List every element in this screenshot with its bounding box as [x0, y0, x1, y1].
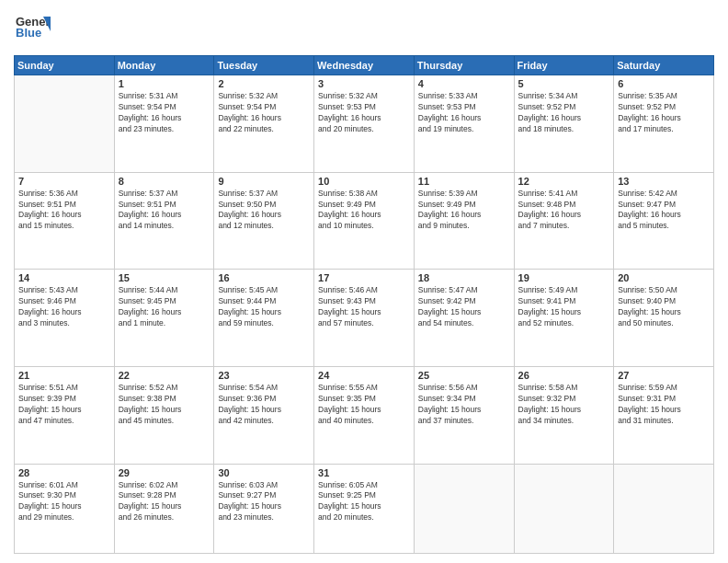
weekday-header-monday: Monday — [114, 56, 214, 75]
calendar-cell: 12Sunrise: 5:41 AM Sunset: 9:48 PM Dayli… — [514, 172, 614, 270]
day-info: Sunrise: 5:44 AM Sunset: 9:45 PM Dayligh… — [119, 285, 210, 329]
calendar-cell: 15Sunrise: 5:44 AM Sunset: 9:45 PM Dayli… — [114, 270, 214, 367]
calendar-week-2: 7Sunrise: 5:36 AM Sunset: 9:51 PM Daylig… — [15, 172, 714, 270]
day-number: 5 — [518, 78, 610, 89]
calendar-cell: 2Sunrise: 5:32 AM Sunset: 9:54 PM Daylig… — [214, 75, 314, 173]
calendar-cell: 26Sunrise: 5:58 AM Sunset: 9:32 PM Dayli… — [514, 366, 614, 464]
calendar-cell: 19Sunrise: 5:49 AM Sunset: 9:41 PM Dayli… — [514, 270, 614, 367]
calendar-cell: 21Sunrise: 5:51 AM Sunset: 9:39 PM Dayli… — [15, 366, 115, 464]
calendar-cell: 17Sunrise: 5:46 AM Sunset: 9:43 PM Dayli… — [314, 270, 415, 367]
day-info: Sunrise: 6:03 AM Sunset: 9:27 PM Dayligh… — [218, 480, 310, 524]
day-info: Sunrise: 5:41 AM Sunset: 9:48 PM Dayligh… — [518, 189, 610, 233]
day-number: 19 — [518, 272, 610, 283]
weekday-header-sunday: Sunday — [15, 56, 115, 75]
day-info: Sunrise: 6:05 AM Sunset: 9:25 PM Dayligh… — [318, 480, 410, 524]
day-info: Sunrise: 5:36 AM Sunset: 9:51 PM Dayligh… — [18, 189, 110, 233]
day-info: Sunrise: 5:39 AM Sunset: 9:49 PM Dayligh… — [418, 189, 510, 233]
calendar-cell: 22Sunrise: 5:52 AM Sunset: 9:38 PM Dayli… — [114, 366, 214, 464]
weekday-header-tuesday: Tuesday — [214, 56, 314, 75]
calendar-cell: 30Sunrise: 6:03 AM Sunset: 9:27 PM Dayli… — [214, 464, 314, 554]
calendar-cell: 1Sunrise: 5:31 AM Sunset: 9:54 PM Daylig… — [114, 75, 214, 173]
calendar-cell — [414, 464, 514, 554]
calendar-cell: 14Sunrise: 5:43 AM Sunset: 9:46 PM Dayli… — [15, 270, 115, 367]
logo: General Blue — [14, 9, 51, 50]
calendar-week-5: 28Sunrise: 6:01 AM Sunset: 9:30 PM Dayli… — [15, 464, 714, 554]
calendar-cell: 27Sunrise: 5:59 AM Sunset: 9:31 PM Dayli… — [614, 366, 714, 464]
day-number: 2 — [218, 78, 310, 89]
calendar-cell: 13Sunrise: 5:42 AM Sunset: 9:47 PM Dayli… — [614, 172, 714, 270]
weekday-header-friday: Friday — [514, 56, 614, 75]
header: General Blue — [14, 9, 714, 50]
calendar-cell: 4Sunrise: 5:33 AM Sunset: 9:53 PM Daylig… — [414, 75, 514, 173]
day-number: 6 — [618, 78, 710, 89]
day-info: Sunrise: 5:38 AM Sunset: 9:49 PM Dayligh… — [318, 189, 410, 233]
day-info: Sunrise: 5:50 AM Sunset: 9:40 PM Dayligh… — [618, 285, 710, 329]
day-number: 10 — [318, 176, 410, 187]
day-number: 23 — [218, 370, 310, 381]
calendar-cell: 29Sunrise: 6:02 AM Sunset: 9:28 PM Dayli… — [114, 464, 214, 554]
day-number: 7 — [18, 176, 110, 187]
day-info: Sunrise: 5:32 AM Sunset: 9:53 PM Dayligh… — [318, 91, 410, 135]
day-info: Sunrise: 6:01 AM Sunset: 9:30 PM Dayligh… — [18, 480, 110, 524]
calendar-cell: 10Sunrise: 5:38 AM Sunset: 9:49 PM Dayli… — [314, 172, 415, 270]
calendar-cell: 25Sunrise: 5:56 AM Sunset: 9:34 PM Dayli… — [414, 366, 514, 464]
weekday-header-wednesday: Wednesday — [314, 56, 415, 75]
day-number: 26 — [518, 370, 610, 381]
calendar-cell: 31Sunrise: 6:05 AM Sunset: 9:25 PM Dayli… — [314, 464, 415, 554]
day-number: 4 — [418, 78, 510, 89]
calendar-cell — [614, 464, 714, 554]
day-number: 15 — [119, 272, 210, 283]
calendar-cell: 11Sunrise: 5:39 AM Sunset: 9:49 PM Dayli… — [414, 172, 514, 270]
calendar-week-1: 1Sunrise: 5:31 AM Sunset: 9:54 PM Daylig… — [15, 75, 714, 173]
day-number: 13 — [618, 176, 710, 187]
day-number: 29 — [119, 467, 210, 478]
day-info: Sunrise: 6:02 AM Sunset: 9:28 PM Dayligh… — [119, 480, 210, 524]
day-info: Sunrise: 5:34 AM Sunset: 9:52 PM Dayligh… — [518, 91, 610, 135]
calendar-cell — [15, 75, 115, 173]
day-number: 30 — [218, 467, 310, 478]
day-number: 16 — [218, 272, 310, 283]
day-number: 17 — [318, 272, 410, 283]
day-info: Sunrise: 5:52 AM Sunset: 9:38 PM Dayligh… — [119, 383, 210, 427]
day-number: 1 — [119, 78, 210, 89]
svg-text:Blue: Blue — [16, 26, 41, 40]
calendar-cell: 28Sunrise: 6:01 AM Sunset: 9:30 PM Dayli… — [15, 464, 115, 554]
day-info: Sunrise: 5:45 AM Sunset: 9:44 PM Dayligh… — [218, 285, 310, 329]
calendar-table: SundayMondayTuesdayWednesdayThursdayFrid… — [14, 55, 714, 554]
calendar-cell: 20Sunrise: 5:50 AM Sunset: 9:40 PM Dayli… — [614, 270, 714, 367]
day-info: Sunrise: 5:54 AM Sunset: 9:36 PM Dayligh… — [218, 383, 310, 427]
day-number: 28 — [18, 467, 110, 478]
calendar-week-4: 21Sunrise: 5:51 AM Sunset: 9:39 PM Dayli… — [15, 366, 714, 464]
day-number: 11 — [418, 176, 510, 187]
day-info: Sunrise: 5:32 AM Sunset: 9:54 PM Dayligh… — [218, 91, 310, 135]
day-number: 25 — [418, 370, 510, 381]
calendar-cell: 8Sunrise: 5:37 AM Sunset: 9:51 PM Daylig… — [114, 172, 214, 270]
day-info: Sunrise: 5:47 AM Sunset: 9:42 PM Dayligh… — [418, 285, 510, 329]
day-info: Sunrise: 5:59 AM Sunset: 9:31 PM Dayligh… — [618, 383, 710, 427]
day-number: 22 — [119, 370, 210, 381]
day-info: Sunrise: 5:35 AM Sunset: 9:52 PM Dayligh… — [618, 91, 710, 135]
calendar-cell: 24Sunrise: 5:55 AM Sunset: 9:35 PM Dayli… — [314, 366, 415, 464]
day-info: Sunrise: 5:46 AM Sunset: 9:43 PM Dayligh… — [318, 285, 410, 329]
calendar-cell: 3Sunrise: 5:32 AM Sunset: 9:53 PM Daylig… — [314, 75, 415, 173]
day-info: Sunrise: 5:42 AM Sunset: 9:47 PM Dayligh… — [618, 189, 710, 233]
page: General Blue SundayMondayTuesdayWednesda… — [0, 0, 728, 563]
weekday-header-row: SundayMondayTuesdayWednesdayThursdayFrid… — [15, 56, 714, 75]
day-number: 20 — [618, 272, 710, 283]
day-number: 24 — [318, 370, 410, 381]
day-number: 9 — [218, 176, 310, 187]
calendar-cell: 18Sunrise: 5:47 AM Sunset: 9:42 PM Dayli… — [414, 270, 514, 367]
day-number: 27 — [618, 370, 710, 381]
day-info: Sunrise: 5:33 AM Sunset: 9:53 PM Dayligh… — [418, 91, 510, 135]
day-info: Sunrise: 5:37 AM Sunset: 9:50 PM Dayligh… — [218, 189, 310, 233]
day-number: 31 — [318, 467, 410, 478]
day-info: Sunrise: 5:55 AM Sunset: 9:35 PM Dayligh… — [318, 383, 410, 427]
day-info: Sunrise: 5:31 AM Sunset: 9:54 PM Dayligh… — [119, 91, 210, 135]
calendar-cell: 9Sunrise: 5:37 AM Sunset: 9:50 PM Daylig… — [214, 172, 314, 270]
day-number: 12 — [518, 176, 610, 187]
logo-icon: General Blue — [14, 9, 51, 46]
calendar-cell: 23Sunrise: 5:54 AM Sunset: 9:36 PM Dayli… — [214, 366, 314, 464]
day-info: Sunrise: 5:56 AM Sunset: 9:34 PM Dayligh… — [418, 383, 510, 427]
weekday-header-saturday: Saturday — [614, 56, 714, 75]
weekday-header-thursday: Thursday — [414, 56, 514, 75]
